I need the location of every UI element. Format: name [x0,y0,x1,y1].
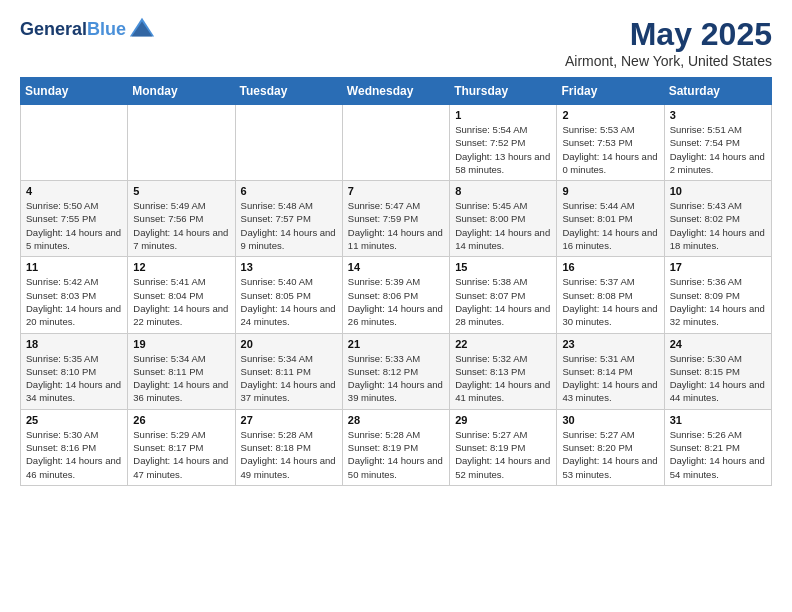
calendar-cell: 17Sunrise: 5:36 AM Sunset: 8:09 PM Dayli… [664,257,771,333]
calendar-cell: 7Sunrise: 5:47 AM Sunset: 7:59 PM Daylig… [342,181,449,257]
calendar-cell: 28Sunrise: 5:28 AM Sunset: 8:19 PM Dayli… [342,409,449,485]
weekday-header-wednesday: Wednesday [342,78,449,105]
calendar-cell: 14Sunrise: 5:39 AM Sunset: 8:06 PM Dayli… [342,257,449,333]
day-info: Sunrise: 5:33 AM Sunset: 8:12 PM Dayligh… [348,352,444,405]
calendar-cell: 5Sunrise: 5:49 AM Sunset: 7:56 PM Daylig… [128,181,235,257]
calendar-cell [128,105,235,181]
weekday-header-thursday: Thursday [450,78,557,105]
day-info: Sunrise: 5:26 AM Sunset: 8:21 PM Dayligh… [670,428,766,481]
day-info: Sunrise: 5:41 AM Sunset: 8:04 PM Dayligh… [133,275,229,328]
week-row-3: 11Sunrise: 5:42 AM Sunset: 8:03 PM Dayli… [21,257,772,333]
day-number: 22 [455,338,551,350]
calendar-cell: 8Sunrise: 5:45 AM Sunset: 8:00 PM Daylig… [450,181,557,257]
day-number: 10 [670,185,766,197]
day-info: Sunrise: 5:34 AM Sunset: 8:11 PM Dayligh… [241,352,337,405]
calendar-cell: 6Sunrise: 5:48 AM Sunset: 7:57 PM Daylig… [235,181,342,257]
day-info: Sunrise: 5:38 AM Sunset: 8:07 PM Dayligh… [455,275,551,328]
day-number: 1 [455,109,551,121]
day-number: 7 [348,185,444,197]
day-info: Sunrise: 5:39 AM Sunset: 8:06 PM Dayligh… [348,275,444,328]
day-info: Sunrise: 5:48 AM Sunset: 7:57 PM Dayligh… [241,199,337,252]
week-row-4: 18Sunrise: 5:35 AM Sunset: 8:10 PM Dayli… [21,333,772,409]
day-info: Sunrise: 5:45 AM Sunset: 8:00 PM Dayligh… [455,199,551,252]
day-info: Sunrise: 5:43 AM Sunset: 8:02 PM Dayligh… [670,199,766,252]
day-number: 13 [241,261,337,273]
calendar-cell: 23Sunrise: 5:31 AM Sunset: 8:14 PM Dayli… [557,333,664,409]
day-info: Sunrise: 5:40 AM Sunset: 8:05 PM Dayligh… [241,275,337,328]
day-info: Sunrise: 5:30 AM Sunset: 8:15 PM Dayligh… [670,352,766,405]
calendar-cell: 9Sunrise: 5:44 AM Sunset: 8:01 PM Daylig… [557,181,664,257]
calendar-table: SundayMondayTuesdayWednesdayThursdayFrid… [20,77,772,486]
day-info: Sunrise: 5:36 AM Sunset: 8:09 PM Dayligh… [670,275,766,328]
title-block: May 2025 Airmont, New York, United State… [565,16,772,69]
day-info: Sunrise: 5:27 AM Sunset: 8:19 PM Dayligh… [455,428,551,481]
day-number: 16 [562,261,658,273]
calendar-cell: 15Sunrise: 5:38 AM Sunset: 8:07 PM Dayli… [450,257,557,333]
day-info: Sunrise: 5:29 AM Sunset: 8:17 PM Dayligh… [133,428,229,481]
day-info: Sunrise: 5:28 AM Sunset: 8:19 PM Dayligh… [348,428,444,481]
day-number: 17 [670,261,766,273]
day-info: Sunrise: 5:53 AM Sunset: 7:53 PM Dayligh… [562,123,658,176]
weekday-header-row: SundayMondayTuesdayWednesdayThursdayFrid… [21,78,772,105]
calendar-cell: 10Sunrise: 5:43 AM Sunset: 8:02 PM Dayli… [664,181,771,257]
calendar-cell: 12Sunrise: 5:41 AM Sunset: 8:04 PM Dayli… [128,257,235,333]
day-number: 5 [133,185,229,197]
logo-icon [128,16,156,44]
day-number: 15 [455,261,551,273]
weekday-header-tuesday: Tuesday [235,78,342,105]
day-number: 31 [670,414,766,426]
day-number: 2 [562,109,658,121]
calendar-cell: 30Sunrise: 5:27 AM Sunset: 8:20 PM Dayli… [557,409,664,485]
calendar-cell: 18Sunrise: 5:35 AM Sunset: 8:10 PM Dayli… [21,333,128,409]
weekday-header-saturday: Saturday [664,78,771,105]
day-number: 18 [26,338,122,350]
day-info: Sunrise: 5:42 AM Sunset: 8:03 PM Dayligh… [26,275,122,328]
day-info: Sunrise: 5:47 AM Sunset: 7:59 PM Dayligh… [348,199,444,252]
calendar-cell: 4Sunrise: 5:50 AM Sunset: 7:55 PM Daylig… [21,181,128,257]
day-number: 9 [562,185,658,197]
day-number: 12 [133,261,229,273]
day-info: Sunrise: 5:50 AM Sunset: 7:55 PM Dayligh… [26,199,122,252]
week-row-1: 1Sunrise: 5:54 AM Sunset: 7:52 PM Daylig… [21,105,772,181]
day-number: 3 [670,109,766,121]
day-info: Sunrise: 5:34 AM Sunset: 8:11 PM Dayligh… [133,352,229,405]
month-title: May 2025 [565,16,772,53]
weekday-header-sunday: Sunday [21,78,128,105]
day-info: Sunrise: 5:37 AM Sunset: 8:08 PM Dayligh… [562,275,658,328]
day-info: Sunrise: 5:49 AM Sunset: 7:56 PM Dayligh… [133,199,229,252]
week-row-5: 25Sunrise: 5:30 AM Sunset: 8:16 PM Dayli… [21,409,772,485]
week-row-2: 4Sunrise: 5:50 AM Sunset: 7:55 PM Daylig… [21,181,772,257]
calendar-cell: 29Sunrise: 5:27 AM Sunset: 8:19 PM Dayli… [450,409,557,485]
day-info: Sunrise: 5:54 AM Sunset: 7:52 PM Dayligh… [455,123,551,176]
day-number: 8 [455,185,551,197]
day-number: 19 [133,338,229,350]
weekday-header-monday: Monday [128,78,235,105]
calendar-cell: 16Sunrise: 5:37 AM Sunset: 8:08 PM Dayli… [557,257,664,333]
calendar-cell: 11Sunrise: 5:42 AM Sunset: 8:03 PM Dayli… [21,257,128,333]
header: GeneralBlue May 2025 Airmont, New York, … [20,16,772,69]
day-info: Sunrise: 5:30 AM Sunset: 8:16 PM Dayligh… [26,428,122,481]
day-number: 14 [348,261,444,273]
calendar-cell: 25Sunrise: 5:30 AM Sunset: 8:16 PM Dayli… [21,409,128,485]
weekday-header-friday: Friday [557,78,664,105]
day-info: Sunrise: 5:44 AM Sunset: 8:01 PM Dayligh… [562,199,658,252]
calendar-cell [21,105,128,181]
day-number: 4 [26,185,122,197]
calendar-cell: 22Sunrise: 5:32 AM Sunset: 8:13 PM Dayli… [450,333,557,409]
calendar-cell [235,105,342,181]
day-info: Sunrise: 5:32 AM Sunset: 8:13 PM Dayligh… [455,352,551,405]
day-number: 6 [241,185,337,197]
day-number: 30 [562,414,658,426]
calendar-cell: 21Sunrise: 5:33 AM Sunset: 8:12 PM Dayli… [342,333,449,409]
calendar-cell: 19Sunrise: 5:34 AM Sunset: 8:11 PM Dayli… [128,333,235,409]
day-info: Sunrise: 5:35 AM Sunset: 8:10 PM Dayligh… [26,352,122,405]
calendar-cell [342,105,449,181]
day-number: 20 [241,338,337,350]
day-number: 23 [562,338,658,350]
calendar-cell: 31Sunrise: 5:26 AM Sunset: 8:21 PM Dayli… [664,409,771,485]
day-number: 27 [241,414,337,426]
day-number: 21 [348,338,444,350]
calendar-cell: 24Sunrise: 5:30 AM Sunset: 8:15 PM Dayli… [664,333,771,409]
day-number: 24 [670,338,766,350]
day-number: 25 [26,414,122,426]
